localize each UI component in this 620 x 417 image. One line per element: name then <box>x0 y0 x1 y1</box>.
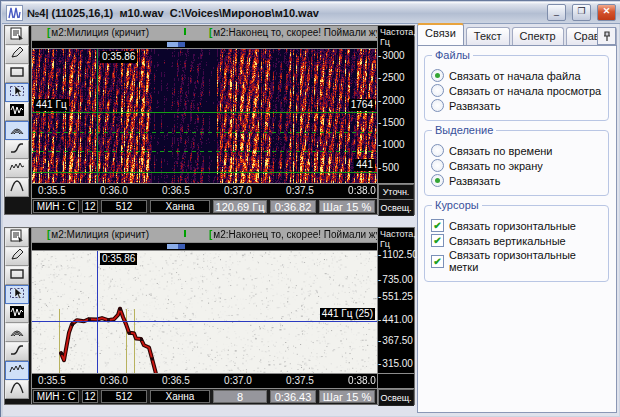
frequency-tick-label: -2000 <box>378 95 405 106</box>
radio-icon[interactable] <box>431 174 444 187</box>
checkbox-icon[interactable]: ✔ <box>431 219 444 232</box>
annotations-button[interactable] <box>5 26 29 45</box>
radio-icon[interactable] <box>431 144 444 157</box>
status-box: Шаг 15 % <box>319 390 375 403</box>
toolbar <box>5 228 31 404</box>
app-window: №4| (11025,16,1) м10.wav C:\Voices\Мирон… <box>0 0 620 417</box>
status-box: 512 <box>101 390 147 403</box>
status-box: Шаг 15 % <box>319 200 375 213</box>
scroll-strip[interactable] <box>32 243 377 250</box>
radio-option[interactable]: Развязать <box>431 173 602 188</box>
envelope-curve-icon <box>9 381 25 399</box>
spectrogram-plot[interactable]: 1764441 Гц4410:35.86 <box>32 49 377 183</box>
frequency-tick-label: -3000 <box>378 50 405 61</box>
annotations-icon <box>9 27 25 45</box>
frame-select-icon <box>9 65 25 83</box>
option-label: Связать горизонтальные <box>449 220 576 232</box>
waveform-view-button[interactable] <box>5 102 29 121</box>
radio-option[interactable]: Развязать <box>431 98 602 113</box>
pitch-graph-button[interactable] <box>5 361 29 380</box>
envelope-curve-button[interactable] <box>5 178 29 197</box>
radio-option[interactable]: Связать по экрану <box>431 158 602 173</box>
edit-pencil-button[interactable] <box>5 45 29 64</box>
annotation-bar[interactable]: [м2:Милиция (кричит)[м2:Наконец то, скор… <box>32 26 377 40</box>
frequency-tick-label: -441.00 <box>378 314 413 325</box>
close-button[interactable]: ✕ <box>597 4 616 21</box>
frequency-axis: Частота, Гц-3000-2500-2000-1500-1000-500 <box>378 26 414 183</box>
spectrogram-curve-icon <box>9 343 25 361</box>
pitch-graph-button[interactable] <box>5 159 29 178</box>
frequency-tick-label: -1500 <box>378 117 405 128</box>
scroll-thumb[interactable] <box>167 42 185 47</box>
tick-mark: - <box>378 291 381 302</box>
radio-icon[interactable] <box>431 69 444 82</box>
tab-3[interactable]: Спектр <box>512 27 564 46</box>
spectrum-view-button[interactable] <box>5 323 29 342</box>
radio-option[interactable]: Связать по времени <box>431 143 602 158</box>
radio-icon[interactable] <box>431 159 444 172</box>
status-box: 0:36.43 <box>270 390 316 403</box>
frequency-axis-header: Частота, Гц <box>378 228 414 249</box>
status-box: 120.69 Гц <box>213 200 267 213</box>
time-tick-label: 0:37.0 <box>224 375 252 386</box>
option-label: Развязать <box>449 175 500 187</box>
checkbox-icon[interactable]: ✔ <box>431 234 444 247</box>
group-1: ФайлыСвязать от начала файлаСвязать от н… <box>424 55 609 121</box>
option-label: Связать от начала просмотра <box>449 85 601 97</box>
title-bar[interactable]: №4| (11025,16,1) м10.wav C:\Voices\Мирон… <box>2 2 620 24</box>
radio-icon[interactable] <box>431 84 444 97</box>
checkbox-option[interactable]: ✔Связать горизонтальные метки <box>431 248 602 274</box>
waveform-view-button[interactable] <box>5 304 29 323</box>
annotation-marker-icon: [ <box>209 229 212 240</box>
status-bar: МИН : С12512Ханна120.69 Гц0:36.82Шаг 15 … <box>32 199 377 214</box>
envelope-curve-button[interactable] <box>5 380 29 399</box>
option-label: Связать вертикальные <box>449 235 566 247</box>
spectrogram-curve-button[interactable] <box>5 140 29 159</box>
pin-button[interactable] <box>597 27 616 45</box>
time-tick-label: 0:35.5 <box>38 185 66 196</box>
frequency-tick-label: -2500 <box>378 72 405 83</box>
maximize-button[interactable]: ❐ <box>572 4 591 21</box>
checkbox-option[interactable]: ✔Связать горизонтальные <box>431 218 602 233</box>
annotation-bar[interactable]: [м2:Милиция (кричит)[м2:Наконец то, скор… <box>32 228 377 242</box>
time-tick-label: 0:36.0 <box>100 375 128 386</box>
group-2: ВыделениеСвязать по времениСвязать по эк… <box>424 130 609 196</box>
toolbar <box>5 26 31 214</box>
scroll-thumb[interactable] <box>167 244 185 249</box>
minimize-button[interactable]: _ <box>547 4 566 21</box>
brightness-button[interactable]: Освещ. <box>378 199 414 216</box>
time-tick-label: 0:38.0 <box>348 375 376 386</box>
checkbox-icon[interactable]: ✔ <box>431 255 444 268</box>
pointer-select-button[interactable] <box>5 285 29 304</box>
envelope-curve-icon <box>9 179 25 197</box>
tick-mark: - <box>378 139 381 150</box>
tick-mark: - <box>378 50 381 61</box>
frequency-tick-label: -551.25 <box>378 291 413 302</box>
spectrogram-curve-button[interactable] <box>5 342 29 361</box>
frequency-tick-label: -315.00 <box>378 358 413 369</box>
pointer-select-icon <box>9 286 25 304</box>
frame-select-button[interactable] <box>5 266 29 285</box>
refine-button[interactable]: Уточн. <box>378 184 414 200</box>
pitch-panel: [м2:Милиция (кричит)[м2:Наконец то, скор… <box>4 227 415 405</box>
edit-pencil-button[interactable] <box>5 247 29 266</box>
brightness-button[interactable]: Освещ. <box>378 389 414 406</box>
tab-1[interactable]: Связи <box>417 23 464 45</box>
annotations-button[interactable] <box>5 228 29 247</box>
tab-2[interactable]: Текст <box>466 27 510 46</box>
pointer-select-button[interactable] <box>5 83 29 102</box>
tick-mark: - <box>378 274 381 285</box>
status-box: 512 <box>101 200 147 213</box>
pitch-plot[interactable]: 441 Гц (25)0:35.86 <box>32 251 377 373</box>
time-tick-label: 0:38.0 <box>348 185 376 196</box>
checkbox-option[interactable]: ✔Связать вертикальные <box>431 233 602 248</box>
spectrogram-canvas[interactable] <box>32 49 377 183</box>
frame-select-button[interactable] <box>5 64 29 83</box>
radio-icon[interactable] <box>431 99 444 112</box>
status-box: Ханна <box>150 390 210 403</box>
scroll-strip[interactable] <box>32 41 377 48</box>
spectrum-view-button[interactable] <box>5 121 29 140</box>
pitch-canvas[interactable] <box>32 251 377 373</box>
radio-option[interactable]: Связать от начала просмотра <box>431 83 602 98</box>
radio-option[interactable]: Связать от начала файла <box>431 68 602 83</box>
